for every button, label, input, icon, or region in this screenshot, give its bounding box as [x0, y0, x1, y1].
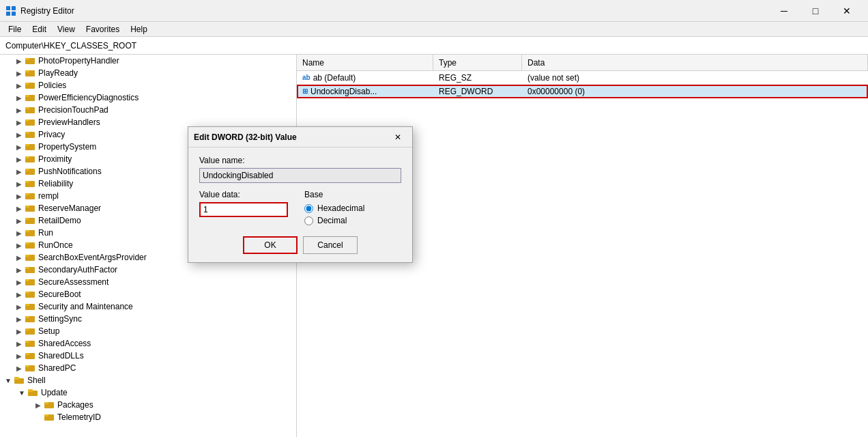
tree-item-shell[interactable]: ▼ Shell [0, 374, 296, 386]
tree-item-settingsync[interactable]: ▶ SettingSync [0, 313, 296, 325]
close-button[interactable]: ✕ [831, 0, 863, 22]
tree-item-secondaryauth[interactable]: ▶ SecondaryAuthFactor [0, 264, 296, 276]
minimize-button[interactable]: ─ [768, 0, 800, 22]
col-header-type: Type [433, 55, 522, 70]
folder-icon [25, 55, 35, 66]
col-header-data: Data [522, 55, 868, 70]
folder-icon [25, 92, 35, 103]
menu-edit[interactable]: Edit [27, 23, 52, 36]
radio-decimal-label[interactable]: Decimal [304, 216, 401, 225]
value-data-label: Value data: [199, 190, 296, 199]
title-bar: Registry Editor ─ □ ✕ [0, 0, 868, 22]
tree-label: Run [38, 228, 53, 238]
arrow-icon: ▶ [14, 178, 25, 189]
arrow-icon: ▶ [33, 399, 44, 410]
menu-view[interactable]: View [52, 23, 81, 36]
radio-hexadecimal-label[interactable]: Hexadecimal [304, 203, 401, 213]
arrow-icon: ▶ [14, 363, 25, 373]
svg-rect-31 [25, 218, 29, 220]
tree-item-telemetryid[interactable]: ▶ TelemetryID [0, 411, 296, 423]
arrow-icon: ▶ [14, 289, 25, 300]
radio-group: Hexadecimal Decimal [304, 203, 401, 225]
radio-hexadecimal[interactable] [304, 204, 313, 213]
tree-item-secureboot[interactable]: ▶ SecureBoot [0, 288, 296, 300]
tree-item-photoproperty[interactable]: ▶ PhotoPropertyHandler [0, 55, 296, 67]
tree-item-sharedaccess[interactable]: ▶ SharedAccess [0, 337, 296, 350]
value-name-input[interactable] [199, 168, 401, 183]
cell-name: ⊞ UndockingDisab... [297, 85, 433, 98]
cell-type: REG_SZ [433, 71, 522, 84]
value-data-input[interactable] [199, 202, 288, 217]
cancel-button[interactable]: Cancel [303, 236, 358, 254]
svg-rect-11 [25, 95, 29, 97]
svg-rect-3 [12, 12, 16, 16]
tree-item-packages[interactable]: ▶ Packages [0, 399, 296, 411]
cell-type: REG_DWORD [433, 85, 522, 98]
table-row-highlighted[interactable]: ⊞ UndockingDisab... REG_DWORD 0x00000000… [297, 85, 868, 98]
svg-rect-25 [25, 181, 29, 183]
dialog-buttons: OK Cancel [199, 236, 401, 254]
svg-rect-35 [25, 242, 29, 244]
folder-icon [25, 338, 35, 349]
arrow-icon: ▶ [14, 154, 25, 165]
svg-rect-47 [25, 316, 29, 318]
tree-label: SharedPC [38, 363, 76, 373]
folder-icon [25, 277, 35, 287]
tree-label: SearchBoxEventArgsProvider [38, 253, 147, 262]
tree-item-setup[interactable]: ▶ Setup [0, 325, 296, 337]
expand-arrow-icon: ▼ [16, 387, 27, 398]
folder-icon [25, 154, 35, 165]
arrow-icon: ▶ [14, 264, 25, 275]
arrow-icon: ▶ [14, 80, 25, 91]
tree-label: SharedAccess [38, 339, 91, 348]
folder-icon [25, 252, 35, 263]
table-row[interactable]: ab ab (Default) REG_SZ (value not set) [297, 71, 868, 85]
tree-item-precision[interactable]: ▶ PrecisionTouchPad [0, 104, 296, 116]
tree-item-sharedpc[interactable]: ▶ SharedPC [0, 362, 296, 374]
tree-item-powereff[interactable]: ▶ PowerEfficiencyDiagnostics [0, 91, 296, 104]
svg-rect-21 [25, 156, 29, 158]
menu-help[interactable]: Help [125, 23, 153, 36]
arrow-icon: ▶ [14, 338, 25, 349]
svg-rect-15 [25, 119, 29, 122]
cell-name-text: UndockingDisab... [310, 87, 377, 96]
col-header-name: Name [297, 55, 433, 70]
maximize-button[interactable]: □ [800, 0, 831, 22]
value-data-wrapper [199, 202, 296, 217]
radio-decimal[interactable] [304, 216, 313, 225]
svg-rect-0 [6, 6, 10, 10]
dialog-row: Value data: Base Hexadecimal Decimal [199, 190, 401, 225]
arrow-icon: ▶ [14, 277, 25, 287]
dialog-close-button[interactable]: ✕ [389, 130, 407, 145]
folder-icon [25, 117, 35, 128]
menu-file[interactable]: File [3, 23, 27, 36]
folder-icon [25, 178, 35, 189]
cell-name: ab ab (Default) [297, 71, 433, 84]
tree-item-shareddlls[interactable]: ▶ SharedDLLs [0, 350, 296, 362]
tree-label: PowerEfficiencyDiagnostics [38, 93, 139, 102]
cell-data: 0x00000000 (0) [522, 85, 868, 98]
radio-hex-text: Hexadecimal [317, 203, 364, 213]
tree-item-playready[interactable]: ▶ PlayReady [0, 67, 296, 79]
tree-item-secureassessment[interactable]: ▶ SecureAssessment [0, 276, 296, 288]
folder-icon [25, 240, 35, 251]
tree-item-securitymaint[interactable]: ▶ Security and Maintenance [0, 300, 296, 313]
svg-rect-39 [25, 267, 29, 269]
svg-rect-7 [25, 70, 29, 72]
tree-label: Setup [38, 326, 59, 336]
arrow-icon: ▶ [14, 326, 25, 337]
tree-label: SecureBoot [38, 290, 81, 299]
tree-item-policies[interactable]: ▶ Policies [0, 79, 296, 91]
tree-label: ReserveManager [38, 203, 101, 213]
value-name-label: Value name: [199, 156, 401, 165]
address-path: Computer\HKEY_CLASSES_ROOT [5, 41, 136, 51]
arrow-icon: ▶ [14, 104, 25, 115]
menu-bar: File Edit View Favorites Help [0, 22, 868, 37]
ok-button[interactable]: OK [243, 236, 298, 254]
tree-item-update[interactable]: ▼ Update [0, 386, 296, 399]
arrow-icon: ▶ [14, 55, 25, 66]
folder-open-icon [27, 387, 38, 398]
folder-icon [25, 203, 35, 214]
dialog-body: Value name: Value data: Base Hexadecimal [188, 147, 412, 262]
menu-favorites[interactable]: Favorites [81, 23, 125, 36]
